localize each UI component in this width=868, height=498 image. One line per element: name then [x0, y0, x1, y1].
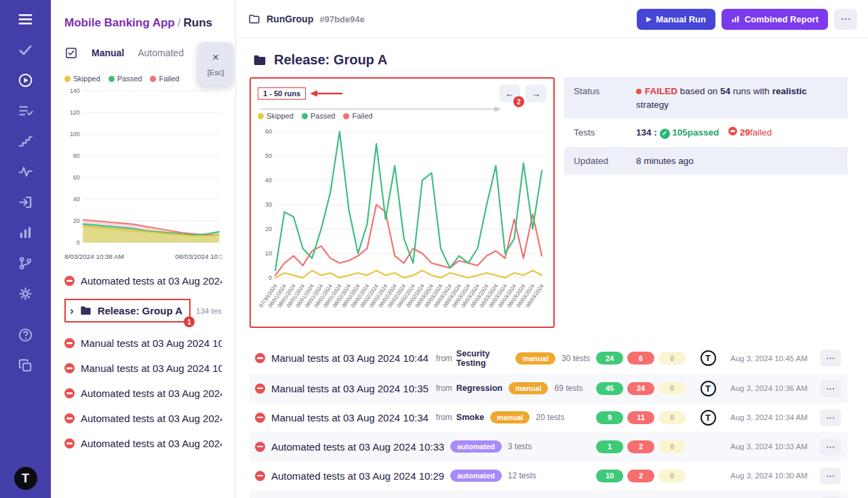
list-check-icon[interactable]	[18, 102, 34, 119]
run-date: Aug 3, 2024 10:34 AM	[730, 413, 813, 421]
run-row[interactable]: Automated tests at 03 Aug 2024 10:29 aut…	[250, 461, 848, 491]
manual-badge: manual	[509, 382, 549, 394]
failed-status-icon	[64, 388, 75, 398]
row-more-button[interactable]: ⋯	[820, 350, 841, 367]
row-more-button[interactable]: ⋯	[820, 409, 841, 426]
passed-dot-icon	[108, 76, 115, 82]
failed-status-icon	[64, 276, 75, 286]
combined-report-button[interactable]: Combined Report	[722, 9, 828, 30]
run-title: Automated tests at 03 Aug 2024 10	[81, 388, 222, 399]
prev-page-button[interactable]: ←2	[499, 85, 520, 102]
list-item[interactable]: Manual tests at 03 Aug 2024 10:43	[64, 331, 222, 356]
from-label: from	[436, 413, 452, 422]
help-icon[interactable]	[18, 327, 34, 343]
bar-chart-icon[interactable]	[18, 224, 34, 241]
copy-icon[interactable]	[18, 357, 34, 373]
updated-row: Updated 8 minutes ago	[564, 147, 848, 175]
runs-side-list: Automated tests at 03 Aug 2024 10 › Rele…	[64, 268, 222, 456]
list-item[interactable]: Automated tests at 03 Aug 2024 10	[64, 381, 222, 406]
result-pills: 9 11 0	[596, 411, 686, 424]
manual-run-button[interactable]: ▶ Manual Run	[637, 9, 715, 30]
chart-legend: Skipped Passed Failed	[258, 112, 547, 120]
play-circle-icon[interactable]	[18, 72, 34, 88]
status-panel: Status FAILED based on 54 runs with real…	[564, 77, 848, 175]
git-branch-icon[interactable]	[18, 255, 34, 271]
breadcrumb-app-name[interactable]: Mobile Banking App	[64, 16, 175, 29]
svg-text:30: 30	[265, 201, 272, 208]
failed-status-icon	[255, 353, 265, 363]
run-title: Manual tests at 03 Aug 2024 10:44	[271, 352, 429, 364]
list-item[interactable]: Automated tests at 03 Aug 2024 10	[64, 406, 222, 431]
rungroup-label: RunGroup	[267, 14, 313, 24]
logo-t-icon[interactable]: T	[14, 467, 37, 490]
svg-text:140: 140	[70, 87, 80, 94]
gear-icon[interactable]	[18, 285, 34, 302]
run-row[interactable]: Manual tests at 03 Aug 2024 10:35 from R…	[250, 374, 848, 403]
pulse-icon[interactable]	[18, 163, 34, 180]
failed-status-icon	[64, 363, 75, 373]
tab-automated[interactable]: Automated	[138, 47, 184, 58]
list-item[interactable]: Automated tests at 03 Aug 2024 1	[64, 431, 222, 456]
next-page-button[interactable]: →	[526, 85, 547, 102]
run-row[interactable]: Manual tests at 03 Aug 2024 10:44 from S…	[250, 343, 848, 374]
avatar: T	[701, 350, 716, 366]
row-more-button[interactable]: ⋯	[820, 438, 841, 455]
annotation-arrow-icon	[309, 89, 344, 98]
failed-dot-icon	[636, 89, 642, 94]
run-title: Manual tests at 03 Aug 2024 10:35	[271, 383, 429, 394]
annotation-box-1: › Release: Group A 1	[64, 299, 191, 323]
rungroup-content: Release: Group A 1 - 50 runs ←2 →	[236, 39, 868, 498]
more-actions-button[interactable]: ⋯	[834, 9, 857, 30]
status-label: Status	[574, 85, 636, 111]
failed-status-icon	[255, 383, 265, 394]
tab-manual[interactable]: Manual	[92, 47, 124, 58]
close-icon[interactable]: ×	[212, 51, 219, 63]
tests-value: 134 : ✓ 105passed 29failed	[636, 126, 772, 140]
project-panel: Mobile Banking App/Runs Manual Automated…	[51, 0, 236, 498]
passed-dot-icon	[302, 113, 308, 119]
chevron-right-icon[interactable]: ›	[70, 305, 74, 316]
runs-board-icon[interactable]	[64, 46, 78, 60]
svg-text:08/03/2024 10:39: 08/03/2024 10:39	[175, 253, 222, 260]
run-title: Automated tests at 03 Aug 2024 1	[81, 438, 222, 449]
row-more-button[interactable]: ⋯	[820, 380, 841, 397]
legend-passed: Passed	[117, 75, 142, 83]
tests-label: Tests	[574, 126, 636, 140]
passed-pill: 1	[596, 440, 623, 453]
run-row[interactable]: Manual tests at 03 Aug 2024 10:34 from S…	[250, 403, 848, 432]
steps-icon[interactable]	[18, 133, 34, 149]
from-value: Smoke	[456, 413, 484, 422]
row-more-button[interactable]: ⋯	[820, 468, 841, 484]
check-icon[interactable]	[18, 41, 34, 58]
folder-icon	[248, 13, 260, 25]
list-item[interactable]: Automated tests at 03 Aug 2024 10	[64, 268, 222, 293]
legend-skipped: Skipped	[73, 75, 100, 83]
run-row[interactable]: Automated tests at 03 Aug 2024 10:28 aut…	[250, 491, 848, 498]
failed-status-icon	[255, 413, 265, 423]
menu-icon[interactable]	[18, 11, 34, 27]
runs-history-chart: 010203040506007/30/202408/01/202408/01/2…	[258, 121, 547, 325]
test-count: 69 tests	[554, 383, 583, 393]
play-icon: ▶	[646, 16, 651, 22]
from-value: Security Testing	[456, 349, 510, 368]
failed-status-icon	[64, 413, 75, 423]
svg-text:40: 40	[73, 196, 80, 203]
run-date: Aug 3, 2024 10:36 AM	[730, 384, 813, 392]
run-title: Manual tests at 03 Aug 2024 10:34	[271, 412, 429, 423]
legend-failed: Failed	[159, 75, 179, 83]
run-title: Automated tests at 03 Aug 2024 10	[81, 413, 222, 424]
annotation-badge-1: 1	[184, 316, 195, 327]
test-count: 20 tests	[536, 413, 564, 422]
legend-passed: Passed	[311, 112, 336, 120]
svg-text:10: 10	[265, 250, 272, 257]
list-item[interactable]: Manual tests at 03 Aug 2024 10:42	[64, 356, 222, 381]
passed-check-icon: ✓	[660, 129, 670, 139]
app-root: T Mobile Banking App/Runs Manual Automat…	[0, 0, 868, 498]
svg-text:100: 100	[70, 131, 80, 138]
sidebar-nav: T	[0, 0, 51, 498]
sign-in-icon[interactable]	[18, 194, 34, 210]
result-pills: 1 2 0	[596, 440, 686, 453]
svg-text:0: 0	[77, 239, 80, 246]
list-item-release-group-a[interactable]: › Release: Group A 1 134 tests 54 r	[64, 293, 222, 331]
run-row[interactable]: Automated tests at 03 Aug 2024 10:33 aut…	[250, 432, 848, 461]
